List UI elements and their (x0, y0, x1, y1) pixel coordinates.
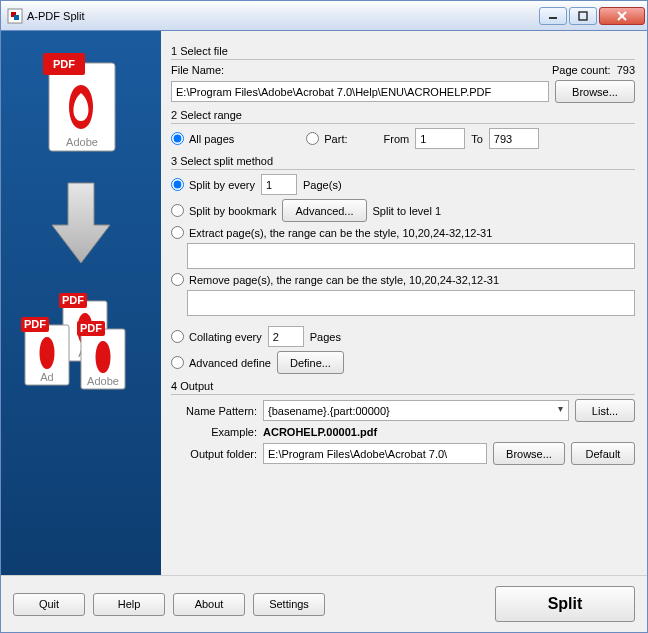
bookmark-level-text: Split to level 1 (373, 205, 441, 217)
pattern-label: Name Pattern: (171, 405, 257, 417)
settings-button[interactable]: Settings (253, 593, 325, 616)
from-input[interactable] (415, 128, 465, 149)
radio-split-every[interactable]: Split by every (171, 178, 255, 191)
section-3-head: 3 Select split method (171, 155, 635, 170)
split-every-unit: Page(s) (303, 179, 342, 191)
browse-folder-button[interactable]: Browse... (493, 442, 565, 465)
maximize-button[interactable] (569, 7, 597, 25)
svg-text:PDF: PDF (62, 294, 84, 306)
main-panel: 1 Select file File Name: Page count: 793… (161, 31, 647, 575)
sidebar: PDF Adobe PDF Ad PDF Ad (1, 31, 161, 575)
folder-label: Output folder: (171, 448, 257, 460)
quit-button[interactable]: Quit (13, 593, 85, 616)
svg-rect-2 (14, 15, 19, 20)
radio-remove[interactable]: Remove page(s), the range can be the sty… (171, 273, 499, 286)
define-button[interactable]: Define... (277, 351, 344, 374)
help-button[interactable]: Help (93, 593, 165, 616)
svg-text:PDF: PDF (80, 322, 102, 334)
radio-part[interactable]: Part: (306, 132, 347, 145)
svg-text:PDF: PDF (24, 318, 46, 330)
window-title: A-PDF Split (27, 10, 537, 22)
radio-bookmark[interactable]: Split by bookmark (171, 204, 276, 217)
titlebar: A-PDF Split (1, 1, 647, 31)
radio-extract[interactable]: Extract page(s), the range can be the st… (171, 226, 492, 239)
remove-input[interactable] (187, 290, 635, 316)
arrow-down-icon (46, 179, 116, 269)
to-input[interactable] (489, 128, 539, 149)
about-button[interactable]: About (173, 593, 245, 616)
radio-adv-define[interactable]: Advanced define (171, 356, 271, 369)
minimize-button[interactable] (539, 7, 567, 25)
app-icon (7, 8, 23, 24)
section-4-head: 4 Output (171, 380, 635, 395)
page-count-label: Page count: (552, 64, 611, 76)
section-2-head: 2 Select range (171, 109, 635, 124)
split-button[interactable]: Split (495, 586, 635, 622)
footer: Quit Help About Settings Split (1, 575, 647, 632)
radio-collating[interactable]: Collating every (171, 330, 262, 343)
extract-input[interactable] (187, 243, 635, 269)
bookmark-advanced-button[interactable]: Advanced... (282, 199, 366, 222)
default-button[interactable]: Default (571, 442, 635, 465)
file-name-input[interactable] (171, 81, 549, 102)
pattern-input[interactable] (263, 400, 569, 421)
browse-file-button[interactable]: Browse... (555, 80, 635, 103)
collating-unit: Pages (310, 331, 341, 343)
radio-all-pages[interactable]: All pages (171, 132, 234, 145)
section-1-head: 1 Select file (171, 45, 635, 60)
split-every-input[interactable] (261, 174, 297, 195)
folder-input[interactable] (263, 443, 487, 464)
collating-input[interactable] (268, 326, 304, 347)
page-count-value: 793 (617, 64, 635, 76)
to-label: To (471, 133, 483, 145)
file-name-label: File Name: (171, 64, 224, 76)
list-button[interactable]: List... (575, 399, 635, 422)
from-label: From (384, 133, 410, 145)
example-value: ACROHELP.00001.pdf (263, 426, 377, 438)
svg-rect-4 (579, 12, 587, 20)
pdf-source-icon: PDF Adobe (35, 49, 127, 161)
example-label: Example: (171, 426, 257, 438)
svg-text:PDF: PDF (53, 58, 75, 70)
close-button[interactable] (599, 7, 645, 25)
pdf-multi-icon: PDF Ad PDF Ad PDF Adobe (11, 287, 151, 397)
svg-text:Adobe: Adobe (66, 136, 98, 148)
svg-text:Ad: Ad (40, 371, 53, 383)
svg-text:Adobe: Adobe (87, 375, 119, 387)
